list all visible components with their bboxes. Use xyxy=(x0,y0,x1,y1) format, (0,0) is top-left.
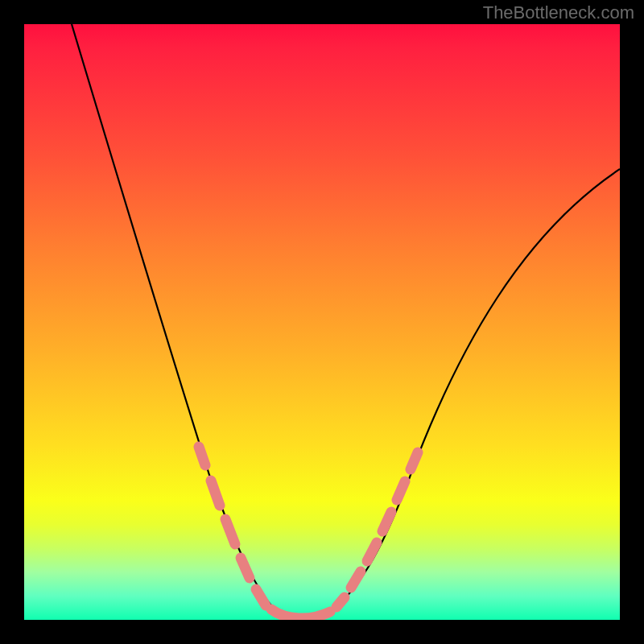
svg-line-2 xyxy=(225,519,235,544)
right-highlight-segment xyxy=(336,452,418,607)
curve-svg xyxy=(24,24,620,620)
svg-line-0 xyxy=(199,447,205,465)
chart-container: TheBottleneck.com xyxy=(0,0,644,644)
valley-highlight xyxy=(271,609,330,618)
svg-line-10 xyxy=(411,452,418,469)
svg-line-4 xyxy=(256,589,266,605)
watermark-text: TheBottleneck.com xyxy=(483,2,634,23)
svg-line-9 xyxy=(397,481,405,500)
svg-line-5 xyxy=(336,597,345,607)
svg-line-7 xyxy=(367,543,377,561)
svg-line-1 xyxy=(211,481,220,506)
svg-line-6 xyxy=(351,572,361,588)
svg-line-8 xyxy=(382,512,391,531)
svg-line-3 xyxy=(241,558,250,578)
bottleneck-curve-path xyxy=(72,24,620,620)
